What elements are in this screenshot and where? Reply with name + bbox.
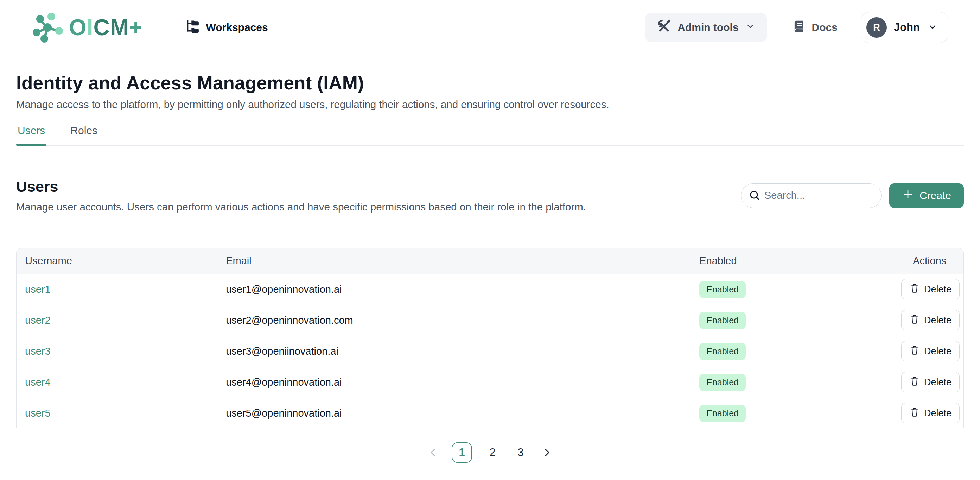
email-cell: user4@openinnovation.ai [217,367,691,398]
delete-label: Delete [924,408,951,419]
delete-label: Delete [924,315,951,326]
status-badge: Enabled [699,374,746,391]
user-link[interactable]: user1 [25,284,51,295]
section-controls: Create [741,183,964,208]
actions-cell: Delete [897,367,964,398]
email-cell: user5@openinnovation.ai [217,398,691,429]
delete-label: Delete [924,346,951,357]
logo-letter: O [69,14,87,40]
column-header-email: Email [217,249,691,274]
book-icon [792,19,806,36]
logo-letter: M [110,14,129,40]
enabled-cell: Enabled [691,274,897,305]
pagination: 123 [16,442,964,463]
delete-button[interactable]: Delete [901,310,959,330]
table-row: user5user5@openinnovation.aiEnabledDelet… [16,398,964,429]
column-header-enabled: Enabled [691,249,897,274]
admin-tools-label: Admin tools [678,21,738,33]
username-cell: user1 [16,274,217,305]
enabled-cell: Enabled [691,305,897,336]
create-label: Create [920,190,951,202]
search-wrap [741,183,881,208]
tools-icon [656,19,671,36]
page-title: Identity and Access Management (IAM) [16,72,964,94]
avatar: R [866,17,887,38]
trash-icon [909,407,920,420]
users-section-text: Users Manage user accounts. Users can pe… [16,178,586,213]
search-icon [749,189,761,203]
page-numbers: 123 [452,442,528,463]
page-number-3[interactable]: 3 [513,442,528,463]
username-cell: user2 [16,305,217,336]
user-link[interactable]: user2 [25,314,51,326]
admin-tools-button[interactable]: Admin tools [645,13,767,42]
next-page-icon[interactable] [541,447,553,459]
section-title: Users [16,178,586,195]
actions-cell: Delete [897,398,964,429]
previous-page-icon[interactable] [427,447,439,459]
status-badge: Enabled [699,281,746,298]
plus-icon [902,188,914,203]
status-badge: Enabled [699,405,746,422]
workspaces-label: Workspaces [206,21,268,33]
email-cell: user1@openinnovation.ai [217,274,691,305]
tab-users[interactable]: Users [16,124,46,145]
enabled-cell: Enabled [691,367,897,398]
search-input[interactable] [741,183,881,208]
page-number-1[interactable]: 1 [452,442,472,463]
user-link[interactable]: user4 [25,376,51,388]
logo-letter: I [87,14,94,40]
table-header-row: UsernameEmailEnabledActions [16,249,964,274]
delete-label: Delete [924,377,951,388]
actions-cell: Delete [897,336,964,367]
user-name: John [894,21,920,34]
delete-label: Delete [924,284,951,295]
chevron-down-icon [927,21,938,34]
logo[interactable]: OICM+ [32,11,142,44]
delete-button[interactable]: Delete [901,372,959,392]
table-row: user1user1@openinnovation.aiEnabledDelet… [16,274,964,305]
logo-network-dots-icon [32,11,64,44]
email-cell: user3@openiinovation.ai [217,336,691,367]
status-badge: Enabled [699,312,746,329]
logo-letter: C [94,14,110,40]
nav-workspaces[interactable]: Workspaces [185,19,268,37]
page-subtitle: Manage access to the platform, by permit… [16,99,964,110]
logo-wordmark: OICM+ [69,14,142,40]
table-row: user4user4@openinnovation.aiEnabledDelet… [16,367,964,398]
app-header: OICM+ Workspaces Admin tools [0,0,980,55]
tab-bar: UsersRoles [16,124,964,146]
docs-link[interactable]: Docs [792,19,838,36]
table-row: user2user2@openinnovation.comEnabledDele… [16,305,964,336]
create-button[interactable]: Create [889,183,964,208]
page-number-2[interactable]: 2 [485,442,500,463]
trash-icon [909,314,920,327]
username-cell: user4 [16,367,217,398]
delete-button[interactable]: Delete [901,279,959,300]
column-header-username: Username [16,249,217,274]
user-link[interactable]: user3 [25,346,51,357]
delete-button[interactable]: Delete [901,403,959,423]
chevron-down-icon [745,21,756,34]
logo-letter: + [129,14,142,40]
actions-cell: Delete [897,305,964,336]
trash-icon [909,283,920,296]
enabled-cell: Enabled [691,336,897,367]
section-description: Manage user accounts. Users can perform … [16,201,586,213]
user-menu-button[interactable]: R John [861,12,948,43]
delete-button[interactable]: Delete [901,341,959,361]
users-table: UsernameEmailEnabledActions user1user1@o… [16,248,964,429]
username-cell: user5 [16,398,217,429]
actions-cell: Delete [897,274,964,305]
table-row: user3user3@openiinovation.aiEnabledDelet… [16,336,964,367]
trash-icon [909,376,920,389]
enabled-cell: Enabled [691,398,897,429]
docs-label: Docs [812,21,838,33]
main-content: Identity and Access Management (IAM) Man… [0,72,980,463]
users-section-header: Users Manage user accounts. Users can pe… [16,178,964,213]
column-header-actions: Actions [897,249,964,274]
user-link[interactable]: user5 [25,408,51,419]
status-badge: Enabled [699,343,746,360]
tab-roles[interactable]: Roles [69,124,99,145]
workspaces-tree-icon [185,19,200,37]
